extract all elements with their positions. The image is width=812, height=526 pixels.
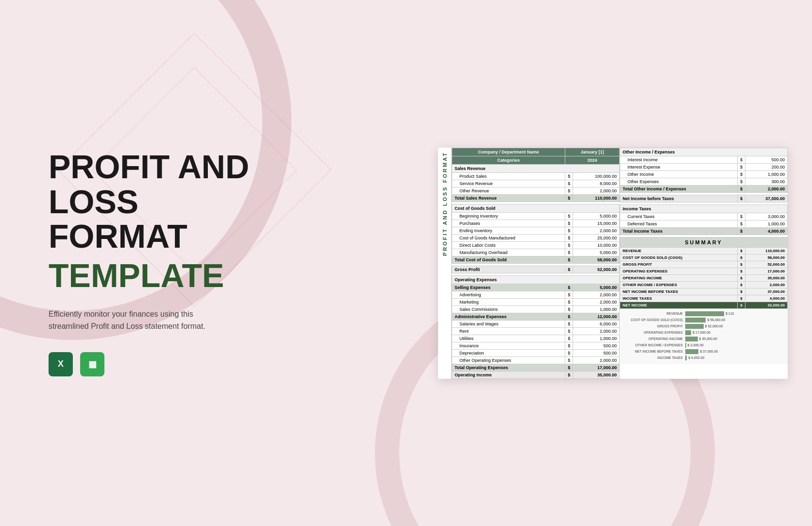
direct-labor-label: Direct Labor Costs — [452, 241, 565, 249]
format-icons: X ▦ — [49, 352, 277, 376]
chart-row: OPERATING INCOME$ 35,000.00 — [622, 337, 785, 341]
income-taxes-title: Income Taxes — [620, 204, 788, 213]
chart-row: GROSS PROFIT$ 52,000.00 — [622, 324, 785, 329]
chart-bar-fill — [685, 318, 706, 322]
table-row: Interest Income $ 500.00 — [620, 156, 788, 163]
total-sales-revenue-row: Total Sales Revenue $ 110,000.00 — [452, 194, 620, 202]
sales-revenue-title: Sales Revenue — [452, 164, 620, 172]
table-row: Service Revenue $ 8,000.00 — [452, 180, 620, 187]
chart-value: $ 2,000.00 — [688, 343, 704, 347]
other-income-spacer: Other Income / Expenses — [620, 148, 788, 156]
sheets-icon: ▦ — [80, 352, 104, 376]
chart-row: INCOME TAXES$ 4,000.00 — [622, 356, 785, 360]
left-table: Company / Department Name January [1] Ca… — [452, 148, 620, 379]
chart-bar-fill — [685, 343, 686, 348]
admin-expenses-row: Administrative Expenses $ 12,000.00 — [452, 313, 620, 320]
chart-value: $ 35,000.00 — [699, 337, 717, 340]
table-row: OPERATING EXPENSES $ 17,000.00 — [620, 268, 788, 274]
chart-bar-container: $ 2,000.00 — [685, 343, 785, 348]
chart-bar-container: $ 37,000.00 — [685, 349, 785, 354]
operating-income-label: Operating Income — [452, 371, 565, 378]
table-header-row: Company / Department Name January [1] — [452, 148, 620, 156]
opex-title: Operating Expenses — [452, 275, 620, 284]
chart-value: $ 58,000.00 — [707, 318, 725, 322]
main-title: PROFIT AND LOSS FORMAT — [49, 150, 277, 254]
chart-bar-fill — [685, 337, 698, 341]
net-income-before-taxes-label: Net Income before Taxes — [620, 195, 738, 202]
bar-chart: REVENUE$ 110COST OF GOODS SOLD (COGS)$ 5… — [622, 311, 785, 360]
total-opex-row: Total Operating Expenses $ 17,000.00 — [452, 364, 620, 371]
chart-value: $ 110 — [726, 312, 734, 315]
beg-inv-label: Beginning Inventory — [452, 212, 565, 220]
table-row: Product Sales $ 100,000.00 — [452, 172, 620, 180]
subtitle: TEMPLATE — [49, 258, 277, 293]
admin-title: Administrative Expenses — [452, 313, 565, 320]
chart-bar-fill — [685, 356, 687, 360]
table-row: Sales Commissions $ 1,000.00 — [452, 305, 620, 313]
chart-value: $ 17,000.00 — [693, 331, 710, 334]
chart-label: REVENUE — [622, 312, 685, 315]
chart-bar-container: $ 110 — [685, 311, 785, 316]
vertical-text: PROFIT AND LOSS FORMAT — [442, 152, 448, 256]
other-revenue-label: Other Revenue — [452, 187, 565, 194]
selling-expenses-row: Selling Expenses $ 5,000.00 — [452, 284, 620, 291]
end-inv-label: Ending Inventory — [452, 227, 565, 234]
product-sales-dollar: $ — [565, 172, 573, 180]
table-row: Cost of Goods Manufactured $ 25,000.00 — [452, 234, 620, 241]
excel-icon: X — [49, 352, 73, 376]
table-row: REVENUE $ 110,000.00 — [620, 247, 788, 254]
table-row: Current Taxes $ 3,000.00 — [620, 213, 788, 220]
table-row: Salaries and Wages $ 6,000.00 — [452, 320, 620, 327]
year-label: 2024 — [565, 156, 620, 164]
col-company: Company / Department Name — [452, 148, 565, 156]
table-subheader-row: Categories 2024 — [452, 156, 620, 164]
product-sales-amount: 100,000.00 — [573, 172, 620, 180]
total-cogs-row: Total Cost of Goods Sold $ 58,000.00 — [452, 256, 620, 263]
chart-row: OPERATING EXPENSES$ 17,000.00 — [622, 330, 785, 335]
chart-bar-container: $ 35,000.00 — [685, 337, 785, 341]
chart-bar-fill — [685, 311, 724, 316]
operating-income-row: Operating Income $ 35,000.00 — [452, 371, 620, 378]
chart-bar-fill — [685, 324, 704, 329]
mfg-overhead-label: Manufacturing Overhead — [452, 249, 565, 256]
table-row: Other Revenue $ 2,000.00 — [452, 187, 620, 194]
pl-table: Company / Department Name January [1] Ca… — [452, 148, 620, 379]
depreciation-label: Depreciation — [452, 349, 565, 356]
table-row: Advertising $ 2,000.00 — [452, 291, 620, 298]
other-revenue-amount: 2,000.00 — [573, 187, 620, 194]
chart-bar-fill — [685, 330, 691, 335]
chart-row: REVENUE$ 110 — [622, 311, 785, 316]
table-row: Ending Inventory $ 2,000.00 — [452, 227, 620, 234]
total-opex-label: Total Operating Expenses — [452, 364, 565, 371]
service-revenue-dollar: $ — [565, 180, 573, 187]
total-sales-amount: 110,000.00 — [573, 194, 620, 202]
table-row: OPERATING INCOME $ 35,000.00 — [620, 274, 788, 281]
chart-area: REVENUE$ 110COST OF GOODS SOLD (COGS)$ 5… — [620, 309, 788, 364]
right-table: Other Income / Expenses Interest Income … — [620, 148, 788, 379]
chart-value: $ 4,000.00 — [688, 356, 704, 359]
total-other-income-row: Total Other Income / Expenses $ 2,000.00 — [620, 185, 788, 192]
vertical-sidebar: PROFIT AND LOSS FORMAT — [438, 148, 452, 379]
chart-bar-container: $ 4,000.00 — [685, 356, 785, 360]
total-taxes-row: Total Income Taxes $ 4,000.00 — [620, 227, 788, 235]
other-income-title: Other Income / Expenses — [620, 148, 788, 156]
spreadsheet-container: PROFIT AND LOSS FORMAT Company / Departm… — [438, 148, 788, 379]
table-row: Interest Expense $ 200.00 — [620, 163, 788, 170]
opex-header: Operating Expenses — [452, 275, 620, 284]
chart-value: $ 37,000.00 — [700, 350, 718, 353]
chart-bar-container: $ 17,000.00 — [685, 330, 785, 335]
table-row: Rent $ 2,000.00 — [452, 327, 620, 335]
chart-bar-fill — [685, 349, 698, 354]
service-revenue-amount: 8,000.00 — [573, 180, 620, 187]
table-row: Purchases $ 15,000.00 — [452, 220, 620, 227]
table-row: Other Income $ 1,000.00 — [620, 170, 788, 178]
total-cogs-label: Total Cost of Goods Sold — [452, 256, 565, 263]
categories-label: Categories — [452, 156, 565, 164]
chart-label: GROSS PROFIT — [622, 324, 685, 328]
chart-label: OPERATING INCOME — [622, 337, 685, 340]
table-row: COST OF GOODS SOLD (COGS) $ 58,000.00 — [620, 254, 788, 261]
table-row: Insurance $ 500.00 — [452, 342, 620, 349]
total-sales-dollar: $ — [565, 194, 573, 202]
left-panel: PROFIT AND LOSS FORMAT TEMPLATE Efficien… — [29, 0, 296, 526]
chart-row: COST OF GOODS SOLD (COGS)$ 58,000.00 — [622, 318, 785, 322]
